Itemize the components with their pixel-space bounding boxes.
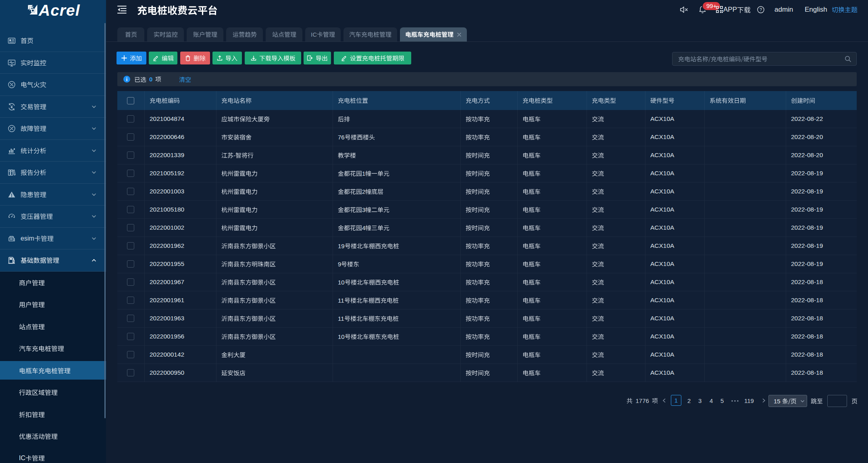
svg-text:?: ? (760, 7, 762, 12)
